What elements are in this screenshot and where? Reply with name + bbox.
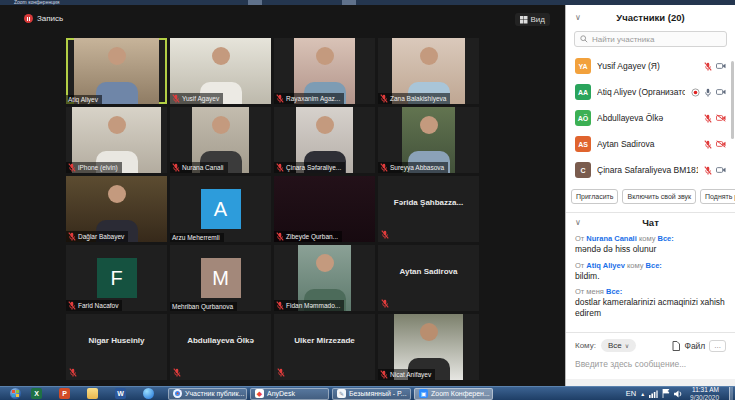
taskbar-button[interactable]: Участник публик...: [168, 388, 247, 400]
view-button[interactable]: Вид: [515, 13, 550, 26]
show-desktop-button[interactable]: [729, 387, 733, 400]
person-silhouette: [212, 116, 230, 134]
chat-message-input[interactable]: Введите здесь сообщение...: [566, 352, 735, 369]
recording-indicator[interactable]: Запись: [24, 14, 63, 23]
video-tile[interactable]: Sureyya Abbasova: [378, 107, 479, 173]
video-tile[interactable]: Ulker Mirzezade: [274, 314, 375, 380]
chevron-down-icon[interactable]: ∨: [575, 13, 581, 22]
action-center-flag-icon[interactable]: [662, 389, 670, 398]
show-hidden-icons[interactable]: ▲: [640, 391, 645, 397]
video-tile[interactable]: MMehriban Qurbanova: [170, 245, 271, 311]
participant-avatar: M: [201, 258, 241, 298]
avatar: AA: [575, 84, 591, 100]
video-tile[interactable]: iPhone (elvin): [66, 107, 167, 173]
message-meta: От Nurana Canali кому Все:: [575, 234, 726, 243]
video-tile[interactable]: Aytan Sadirova: [378, 245, 479, 311]
video-tile[interactable]: Fidan Məmmado...: [274, 245, 375, 311]
desktop-screen: Zoom конференция Запись Вид Atiq AliyevY…: [0, 0, 735, 400]
zoom-meeting-window: Запись Вид Atiq AliyevYusif AgayevRayaxa…: [0, 5, 735, 386]
participant-row[interactable]: YA Yusif Agayev (Я): [566, 53, 735, 79]
word-icon[interactable]: W: [115, 388, 126, 399]
meeting-sidebar: ∨ Участники (20) Найти участника YA Yusi…: [565, 5, 735, 386]
video-tile[interactable]: Abdullayeva Ölkə: [170, 314, 271, 380]
video-tile[interactable]: Zibeyde Qurban...: [274, 176, 375, 242]
search-placeholder: Найти участника: [592, 35, 654, 44]
quick-launch: XPW: [31, 388, 154, 399]
chat-recipient-value: Все: [608, 341, 622, 350]
participant-search-input[interactable]: Найти участника: [574, 31, 727, 47]
mic-muted-icon: [276, 163, 284, 172]
participant-row[interactable]: AS Aytan Sadirova: [566, 131, 735, 157]
chrome-icon: [173, 389, 182, 398]
mic-muted-icon: [172, 94, 180, 103]
powerpoint-icon[interactable]: P: [59, 388, 70, 399]
chat-message: От Nurana Canali кому Все: məndə də hiss…: [575, 234, 726, 255]
person-silhouette: [316, 116, 334, 134]
participant-row[interactable]: C Çinara Safaraliyeva BM181: [566, 157, 735, 183]
camera-icon: [716, 62, 726, 70]
chevron-down-icon[interactable]: ∨: [575, 218, 581, 227]
invite-button[interactable]: Пригласить: [571, 189, 618, 204]
mic-muted-icon: [704, 140, 712, 149]
network-icon[interactable]: [649, 390, 658, 398]
person-silhouette: [108, 116, 126, 134]
taskbar-button[interactable]: ◆AnyDesk: [250, 388, 329, 400]
message-body: bildim.: [575, 271, 726, 282]
video-tile[interactable]: Fərida Şahbazza...: [378, 176, 479, 242]
video-tile[interactable]: Nigar Huseinly: [66, 314, 167, 380]
mic-icon: [704, 88, 712, 97]
chat-more-button[interactable]: ...: [709, 340, 726, 352]
participants-header[interactable]: ∨ Участники (20): [566, 5, 735, 29]
video-tile[interactable]: Çinara Səfəraliye...: [274, 107, 375, 173]
excel-icon[interactable]: X: [31, 388, 42, 399]
browser-icon[interactable]: [143, 388, 154, 399]
participant-status-icons: [704, 114, 726, 123]
taskbar-button-label: AnyDesk: [267, 390, 295, 397]
chat-header[interactable]: ∨ Чат: [566, 212, 735, 232]
video-tile[interactable]: Dağlar Babayev: [66, 176, 167, 242]
participant-status-icons: [704, 140, 726, 149]
raise-hand-button[interactable]: Поднять руку: [700, 189, 735, 204]
participant-status-icons: [691, 88, 726, 97]
message-body: məndə də hiss olunur: [575, 244, 726, 255]
chat-message: От меня Все: dostlar kameralarinizi acma…: [575, 287, 726, 318]
tray-clock[interactable]: 11:31 AM 9/30/2020: [690, 386, 719, 400]
participant-row[interactable]: AÖ Abdullayeva Ölkə: [566, 105, 735, 131]
video-tile[interactable]: Rayaxanim Agaz...: [274, 38, 375, 104]
name-label: iPhone (elvin): [66, 162, 122, 173]
chat-recipient-dropdown[interactable]: Все ∨: [601, 339, 636, 352]
participants-list: YA Yusif Agayev (Я) AA Atiq Aliyev (Орга…: [566, 53, 735, 183]
folder-icon[interactable]: [87, 388, 98, 399]
video-tile[interactable]: Atiq Aliyev: [66, 38, 167, 104]
participant-avatar: A: [201, 189, 241, 229]
taskbar-button[interactable]: ▣Zoom Конферен...: [414, 388, 493, 400]
paint-icon: ✎: [337, 389, 346, 398]
mic-muted-icon: [381, 230, 389, 239]
taskbar-button[interactable]: ✎Безымянный - P...: [332, 388, 411, 400]
search-icon: [580, 35, 588, 43]
person-silhouette: [108, 47, 126, 65]
video-tile[interactable]: Nurana Canali: [170, 107, 271, 173]
video-tile[interactable]: AArzu Meherremli: [170, 176, 271, 242]
language-indicator[interactable]: EN: [626, 389, 636, 398]
mic-muted-icon: [704, 114, 712, 123]
file-button[interactable]: Файл: [684, 341, 705, 351]
avatar: AÖ: [575, 110, 591, 126]
mic-muted-icon: [380, 163, 388, 172]
participants-scrollbar[interactable]: [731, 61, 734, 139]
speaker-icon[interactable]: [674, 390, 683, 398]
zoom-icon: ▣: [419, 389, 428, 398]
video-tile[interactable]: Yusif Agayev: [170, 38, 271, 104]
participant-name: Fərida Şahbazza...: [378, 198, 479, 207]
name-label: Atiq Aliyev: [66, 95, 102, 104]
unmute-button[interactable]: Включить свой звук: [622, 189, 696, 204]
start-button[interactable]: [10, 388, 21, 399]
participant-name: Abdullayeva Ölkə: [170, 336, 271, 345]
avatar: C: [575, 162, 591, 178]
video-tile[interactable]: Zana Balakishiyeva: [378, 38, 479, 104]
mute-indicator: [277, 368, 285, 377]
name-label: Fidan Məmmado...: [274, 300, 344, 311]
participant-row[interactable]: AA Atiq Aliyev (Организатор): [566, 79, 735, 105]
video-tile[interactable]: FFarid Nacafov: [66, 245, 167, 311]
video-tile[interactable]: Nicat Anifayev: [378, 314, 479, 380]
